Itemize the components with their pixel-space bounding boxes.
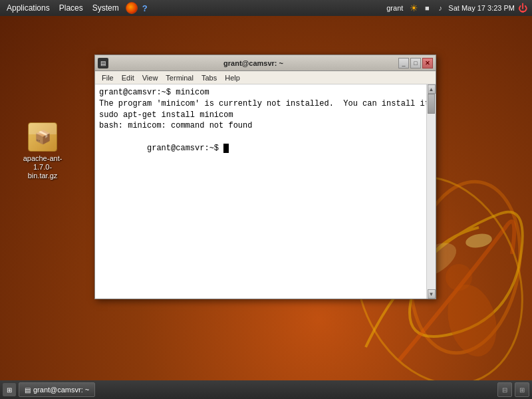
terminal-menubar: File Edit View Terminal Tabs Help	[95, 71, 436, 84]
volume-icon[interactable]: ♪	[435, 3, 446, 13]
settings-icon[interactable]: ☀	[408, 3, 419, 13]
terminal-body: grant@camsvr:~$ minicom The program 'min…	[95, 84, 436, 299]
network-icon[interactable]: ■	[422, 3, 432, 13]
help-icon[interactable]: ?	[140, 3, 150, 13]
terminal-content[interactable]: grant@camsvr:~$ minicom The program 'min…	[95, 84, 426, 299]
svg-point-5	[465, 232, 493, 250]
power-icon[interactable]: ⏻	[517, 3, 528, 13]
terminal-window-buttons: _ □ ✕	[398, 58, 433, 68]
terminal-window: ▤ grant@camsvr: ~ _ □ ✕ File Edit View T…	[94, 55, 436, 299]
terminal-line-3: sudo apt-get install minicom	[99, 110, 422, 121]
menu-system[interactable]: System	[88, 2, 123, 14]
taskbar-top: Applications Places System ? grant ☀ ■ ♪…	[0, 0, 532, 16]
menu-edit[interactable]: Edit	[118, 73, 138, 82]
menu-places[interactable]: Places	[55, 2, 87, 14]
svg-point-2	[440, 279, 504, 362]
datetime: Sat May 17 3:23 PM	[448, 4, 515, 12]
terminal-line-2: The program 'minicom' is currently not i…	[99, 98, 422, 110]
menu-view[interactable]: View	[138, 73, 162, 82]
taskbar-top-right: grant ☀ ■ ♪ Sat May 17 3:23 PM ⏻	[386, 3, 532, 13]
menu-tabs[interactable]: Tabs	[198, 73, 221, 82]
terminal-title: grant@camsvr: ~	[108, 59, 398, 67]
menu-file[interactable]: File	[98, 73, 118, 82]
firefox-icon[interactable]	[126, 2, 138, 14]
desktop-icon-apache-ant[interactable]: 📦 apache-ant-1.7.0-bin.tar.gz	[19, 120, 66, 184]
taskbar-top-left: Applications Places System	[0, 2, 123, 14]
scrollbar-thumb[interactable]	[428, 94, 435, 114]
terminal-window-icon: ▤	[98, 58, 108, 68]
svg-point-3	[446, 264, 472, 291]
terminal-line-1: grant@camsvr:~$ minicom	[99, 87, 422, 98]
taskbar-app-label: grant@camsvr: ~	[33, 386, 89, 394]
minimize-button[interactable]: _	[398, 58, 409, 68]
close-button[interactable]: ✕	[422, 58, 433, 68]
scrollbar-down-button[interactable]: ▼	[428, 289, 436, 299]
taskbar-bottom: ⊞ ▤ grant@camsvr: ~ ⊟ ⊞	[0, 380, 532, 399]
terminal-scrollbar: ▲ ▼	[426, 84, 436, 299]
terminal-cursor	[223, 144, 229, 153]
taskbar-window-list-btn[interactable]: ⊞	[515, 382, 529, 397]
desktop-icon-label: apache-ant-1.7.0-bin.tar.gz	[21, 154, 64, 181]
username: grant	[386, 4, 403, 12]
scrollbar-track	[427, 94, 436, 289]
terminal-line-4: bash: minicom: command not found	[99, 120, 422, 132]
file-icon: 📦	[28, 122, 57, 152]
menu-applications[interactable]: Applications	[3, 2, 54, 14]
taskbar-show-desktop-btn[interactable]: ⊟	[497, 382, 512, 397]
taskbar-top-icons: ?	[126, 2, 150, 14]
desktop: Applications Places System ? grant ☀ ■ ♪…	[0, 0, 532, 399]
terminal-titlebar: ▤ grant@camsvr: ~ _ □ ✕	[95, 55, 436, 71]
menu-help[interactable]: Help	[221, 73, 244, 82]
terminal-line-5: grant@camsvr:~$	[99, 132, 422, 165]
taskbar-bottom-show-desktop[interactable]: ⊞	[3, 383, 16, 396]
maximize-button[interactable]: □	[410, 58, 421, 68]
taskbar-bottom-right: ⊟ ⊞	[497, 382, 529, 397]
taskbar-app-terminal[interactable]: ▤ grant@camsvr: ~	[19, 382, 95, 397]
menu-terminal[interactable]: Terminal	[162, 73, 198, 82]
scrollbar-up-button[interactable]: ▲	[428, 84, 436, 94]
